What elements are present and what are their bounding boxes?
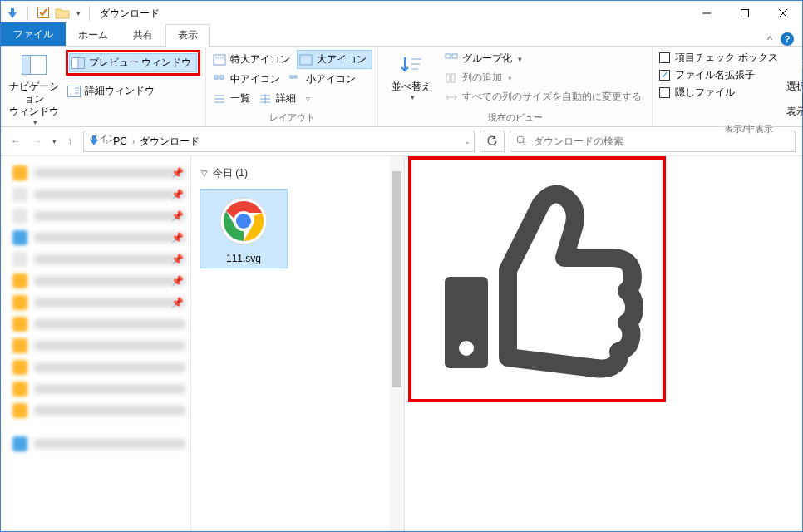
preview-pane xyxy=(405,156,802,531)
nav-item[interactable] xyxy=(12,357,185,377)
help-icon[interactable]: ? xyxy=(781,32,794,46)
nav-item[interactable] xyxy=(12,314,185,334)
layout-list[interactable]: 一覧 xyxy=(211,90,255,107)
separator xyxy=(89,6,90,21)
svg-point-48 xyxy=(236,214,251,229)
sort-label: 並べ替え xyxy=(392,81,431,93)
nav-item[interactable] xyxy=(12,401,185,421)
pin-icon: 📌 xyxy=(171,167,184,179)
layout-large-icons[interactable]: 大アイコン xyxy=(297,50,372,69)
nav-item[interactable]: 📌 xyxy=(12,185,185,204)
group-header-today[interactable]: ▽ 今日 (1) xyxy=(201,166,397,180)
nav-item[interactable]: 📌 xyxy=(12,228,185,248)
nav-item[interactable]: 📌 xyxy=(12,271,185,291)
layout-overflow-icon[interactable]: ▿ xyxy=(303,94,310,103)
pin-icon: 📌 xyxy=(171,297,184,308)
scrollbar-thumb[interactable] xyxy=(392,171,402,387)
item-checkboxes-label: 項目チェック ボックス xyxy=(675,51,777,65)
breadcrumb-downloads[interactable]: ダウンロード xyxy=(140,135,200,149)
tab-file[interactable]: ファイル xyxy=(1,22,66,46)
qat-dropdown-icon[interactable]: ▾ xyxy=(76,9,81,17)
file-list[interactable]: ▽ 今日 (1) xyxy=(191,156,405,531)
checkbox-icon[interactable] xyxy=(37,6,50,22)
callout-preview-pane: プレビュー ウィンドウ xyxy=(66,50,200,76)
svg-rect-6 xyxy=(22,56,31,75)
size-all-columns-button[interactable]: すべての列のサイズを自動的に変更する xyxy=(443,88,647,106)
chevron-right-icon[interactable]: › xyxy=(106,137,108,146)
svg-point-50 xyxy=(459,341,474,356)
scrollbar[interactable] xyxy=(390,156,404,531)
checkbox-icon: ✓ xyxy=(659,70,670,81)
sort-button[interactable]: 並べ替え ▾ xyxy=(383,48,440,106)
group-by-button[interactable]: グループ化▾ xyxy=(443,50,647,67)
add-columns-button[interactable]: 列の追加▾ xyxy=(443,69,647,86)
breadcrumb-pc[interactable]: PC xyxy=(113,135,127,147)
nav-item[interactable] xyxy=(12,336,185,356)
nav-item[interactable]: 📌 xyxy=(12,163,185,183)
details-pane-icon xyxy=(67,85,81,98)
group-icon xyxy=(445,52,458,66)
dropdown-icon: ▾ xyxy=(411,93,415,102)
folder-icon[interactable] xyxy=(55,7,70,20)
svg-rect-14 xyxy=(215,57,219,59)
item-checkboxes-toggle[interactable]: 項目チェック ボックス xyxy=(658,50,779,66)
file-name: 111.svg xyxy=(226,253,261,264)
hide-selected-button[interactable]: 選択した項目を 表示しない xyxy=(783,48,803,121)
down-arrow-icon[interactable] xyxy=(6,7,19,20)
search-box[interactable] xyxy=(510,131,796,152)
window-title: ダウンロード xyxy=(100,7,160,21)
layout-list-label: 一覧 xyxy=(230,91,250,106)
svg-rect-2 xyxy=(741,10,749,17)
nav-item[interactable]: 📌 xyxy=(12,249,185,269)
size-all-columns-label: すべての列のサイズを自動的に変更する xyxy=(462,90,642,104)
details-pane-button[interactable]: 詳細ウィンドウ xyxy=(66,82,200,100)
layout-xlarge-label: 特大アイコン xyxy=(230,52,290,66)
file-extensions-toggle[interactable]: ✓ファイル名拡張子 xyxy=(658,67,779,83)
up-button[interactable]: ↑ xyxy=(62,133,78,150)
forward-button[interactable]: → xyxy=(29,133,46,150)
maximize-button[interactable] xyxy=(726,1,764,26)
tab-share[interactable]: 共有 xyxy=(121,24,165,47)
ribbon-group-layout-label: レイアウト xyxy=(211,110,372,126)
svg-rect-15 xyxy=(220,57,224,59)
hide-icon xyxy=(798,52,803,78)
breadcrumb-pc-label: PC xyxy=(113,135,127,147)
content-area: ▽ 今日 (1) xyxy=(191,156,802,531)
address-dropdown-icon[interactable]: ⌄ xyxy=(464,137,470,145)
layout-medium-icons[interactable]: 中アイコン xyxy=(211,71,285,88)
svg-rect-13 xyxy=(214,55,225,65)
layout-extra-large-icons[interactable]: 特大アイコン xyxy=(211,50,295,69)
quick-access-toolbar: ▾ xyxy=(6,6,93,22)
svg-rect-22 xyxy=(294,76,297,78)
checkbox-icon xyxy=(659,52,670,63)
grid-icon xyxy=(213,53,226,66)
svg-rect-21 xyxy=(290,76,293,78)
close-button[interactable] xyxy=(764,1,802,26)
refresh-button[interactable] xyxy=(480,131,505,152)
collapse-ribbon-button[interactable]: ^ xyxy=(767,33,772,46)
preview-pane-button[interactable]: プレビュー ウィンドウ xyxy=(69,53,197,72)
body: 📌 📌 📌 📌 📌 📌 📌 ▽ 今日 (1) xyxy=(1,156,802,531)
minimize-button[interactable] xyxy=(687,1,726,26)
layout-small-icons[interactable]: 小アイコン xyxy=(287,71,361,88)
search-input[interactable] xyxy=(532,135,790,148)
navigation-pane-button[interactable]: ナビゲーション ウィンドウ ▾ xyxy=(6,48,62,131)
ribbon-group-current-view: 並べ替え ▾ グループ化▾ 列の追加▾ すべての列のサイズを自動的に変更する 現… xyxy=(378,47,653,126)
nav-item[interactable] xyxy=(12,379,185,399)
hidden-items-toggle[interactable]: 隠しファイル xyxy=(658,85,779,101)
tab-view[interactable]: 表示 xyxy=(165,24,210,47)
navigation-pane[interactable]: 📌 📌 📌 📌 📌 📌 📌 xyxy=(1,156,191,531)
address-bar[interactable]: › PC › ダウンロード ⌄ xyxy=(83,131,475,152)
tab-home[interactable]: ホーム xyxy=(66,24,121,47)
nav-item[interactable]: 📌 xyxy=(12,206,185,226)
nav-item[interactable]: 📌 xyxy=(12,293,185,313)
file-item[interactable]: 111.svg xyxy=(200,189,288,268)
chevron-right-icon[interactable]: › xyxy=(132,137,135,146)
layout-details[interactable]: 詳細 xyxy=(257,90,301,107)
pin-icon: 📌 xyxy=(171,189,184,200)
group-by-label: グループ化 xyxy=(462,52,512,66)
layout-details-label: 詳細 xyxy=(276,91,296,106)
history-dropdown-icon[interactable]: ▾ xyxy=(52,137,57,145)
back-button[interactable]: ← xyxy=(7,133,24,150)
nav-item[interactable] xyxy=(12,434,185,454)
